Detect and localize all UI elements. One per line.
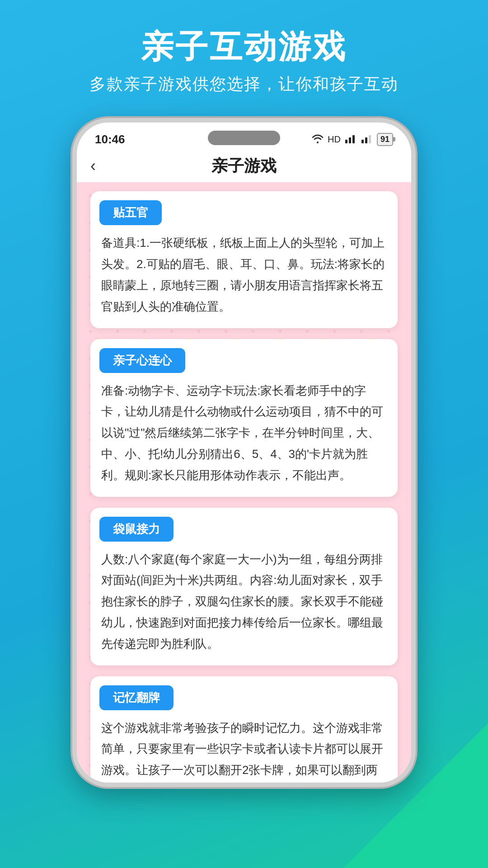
game-content-1: 准备:动物字卡、运动字卡玩法:家长看老师手中的字卡，让幼儿猜是什么动物或什么运动… xyxy=(90,378,398,497)
battery-indicator: 91 xyxy=(377,133,393,146)
game-card-0: 贴五官备道具:1.一张硬纸板，纸板上面上人的头型轮，可加上头发。2.可贴的眉毛、… xyxy=(90,191,398,328)
phone-wrapper: 10:46 HD xyxy=(0,118,488,787)
phone-frame: 10:46 HD xyxy=(72,118,416,787)
back-button[interactable]: ‹ xyxy=(90,156,96,175)
svg-rect-2 xyxy=(352,135,355,143)
status-time: 10:46 xyxy=(95,132,125,146)
content-scroll: 贴五官备道具:1.一张硬纸板，纸板上面上人的头型轮，可加上头发。2.可贴的眉毛、… xyxy=(77,182,411,783)
game-tag-3: 记忆翻牌 xyxy=(99,685,174,710)
svg-rect-3 xyxy=(361,140,364,143)
svg-rect-5 xyxy=(369,135,371,143)
header-section: 亲子互动游戏 多款亲子游戏供您选择，让你和孩子互动 xyxy=(0,0,488,113)
wifi-icon xyxy=(311,133,324,146)
svg-rect-1 xyxy=(349,137,351,143)
svg-rect-4 xyxy=(365,137,367,143)
game-tag-0: 贴五官 xyxy=(99,200,162,225)
signal1-icon xyxy=(344,133,357,146)
battery-level: 91 xyxy=(380,135,389,144)
page-main-title: 亲子互动游戏 xyxy=(0,27,488,66)
game-tag-1: 亲子心连心 xyxy=(99,348,185,373)
svg-rect-0 xyxy=(345,140,347,143)
game-card-1: 亲子心连心准备:动物字卡、运动字卡玩法:家长看老师手中的字卡，让幼儿猜是什么动物… xyxy=(90,339,398,497)
nav-bar: ‹ 亲子游戏 xyxy=(77,150,411,182)
content-area: 贴五官备道具:1.一张硬纸板，纸板上面上人的头型轮，可加上头发。2.可贴的眉毛、… xyxy=(77,182,411,783)
game-content-2: 人数:八个家庭(每个家庭一大一小)为一组，每组分两排对面站(间距为十米)共两组。… xyxy=(90,547,398,665)
game-content-3: 这个游戏就非常考验孩子的瞬时记忆力。这个游戏非常简单，只要家里有一些识字卡或者认… xyxy=(90,716,398,783)
hd-label: HD xyxy=(328,134,341,145)
status-icons: HD 91 xyxy=(311,133,393,146)
signal2-icon xyxy=(361,133,373,146)
game-tag-2: 袋鼠接力 xyxy=(99,517,174,542)
page-subtitle: 多款亲子游戏供您选择，让你和孩子互动 xyxy=(0,73,488,95)
game-content-0: 备道具:1.一张硬纸板，纸板上面上人的头型轮，可加上头发。2.可贴的眉毛、眼、耳… xyxy=(90,231,398,328)
phone-notch xyxy=(208,131,280,145)
game-card-3: 记忆翻牌这个游戏就非常考验孩子的瞬时记忆力。这个游戏非常简单，只要家里有一些识字… xyxy=(90,676,398,783)
game-card-2: 袋鼠接力人数:八个家庭(每个家庭一大一小)为一组，每组分两排对面站(间距为十米)… xyxy=(90,508,398,665)
nav-title: 亲子游戏 xyxy=(211,155,277,177)
